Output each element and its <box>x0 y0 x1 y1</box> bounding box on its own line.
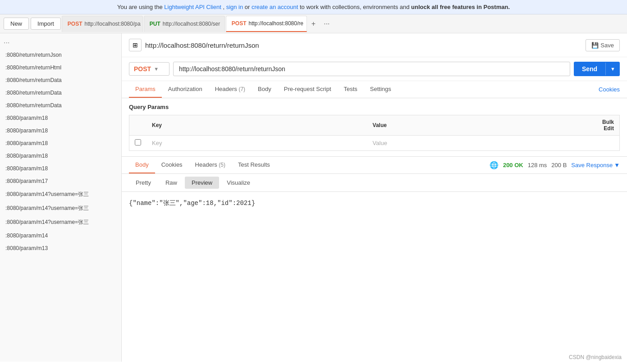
sidebar-item-6[interactable]: :8080/param/m18 <box>0 124 121 137</box>
sidebar-item-7[interactable]: :8080/param/m18 <box>0 137 121 150</box>
send-label: Send <box>574 62 605 76</box>
sidebar-item-12[interactable]: :8080/param/m14?username=张三 <box>0 201 121 215</box>
res-tab-cookies[interactable]: Cookies <box>155 157 189 173</box>
sidebar-item-0[interactable]: :8080/return/returnJson <box>0 49 121 61</box>
status-badge: 200 OK <box>503 162 523 168</box>
sidebar-item-13[interactable]: :8080/param/m14?username=张三 <box>0 215 121 229</box>
sidebar-item-5[interactable]: :8080/param/m18 <box>0 112 121 124</box>
tab-pre-request-script[interactable]: Pre-request Script <box>278 81 338 98</box>
tab-3[interactable]: POST http://localhost:8080/re <box>226 16 307 32</box>
sidebar: ··· :8080/return/returnJson :8080/return… <box>0 33 122 362</box>
col-check-header <box>129 115 147 136</box>
save-label: Save <box>600 42 614 49</box>
method-label: POST <box>134 65 151 73</box>
method-chevron-icon: ▼ <box>154 66 159 72</box>
tab-body[interactable]: Body <box>252 81 278 98</box>
response-time: 128 ms <box>528 162 547 168</box>
col-value-header: Value <box>367 115 588 136</box>
cookies-link[interactable]: Cookies <box>599 82 620 97</box>
view-tabs-row: Pretty Raw Preview Visualize <box>122 174 627 192</box>
sidebar-item-10[interactable]: :8080/param/m17 <box>0 175 121 187</box>
tab-authorization[interactable]: Authorization <box>162 81 209 98</box>
response-body: {"name":"张三","age":18,"id":2021} <box>122 192 627 362</box>
row-checkbox[interactable] <box>135 139 141 146</box>
import-button[interactable]: Import <box>31 18 61 30</box>
method-select[interactable]: POST ▼ <box>129 62 169 76</box>
request-panel: ⊞ http://localhost:8080/return/returnJso… <box>122 33 627 362</box>
request-tabs-row: Params Authorization Headers (7) Body Pr… <box>122 81 627 98</box>
res-tab-headers[interactable]: Headers (5) <box>189 157 232 173</box>
query-params-title: Query Params <box>129 104 620 110</box>
sidebar-item-11[interactable]: :8080/param/m14?username=张三 <box>0 187 121 201</box>
save-icon: 💾 <box>591 42 599 49</box>
sign-in-link[interactable]: sign in <box>226 4 243 10</box>
save-response-label: Save Response <box>571 162 613 168</box>
save-button[interactable]: 💾 Save <box>586 39 620 51</box>
method-url-row: POST ▼ Send ▼ <box>122 57 627 81</box>
tabs-overflow-button[interactable]: ··· <box>320 20 333 28</box>
tab-3-url: http://localhost:8080/re <box>249 20 303 27</box>
response-size: 200 B <box>551 162 567 168</box>
send-button[interactable]: Send ▼ <box>574 62 620 76</box>
view-tab-preview[interactable]: Preview <box>185 177 219 189</box>
url-input[interactable] <box>173 62 570 76</box>
url-icon: ⊞ <box>129 39 142 51</box>
send-dropdown-icon[interactable]: ▼ <box>605 63 620 75</box>
table-row: Key Value <box>129 136 620 151</box>
lightweight-api-link[interactable]: Lightweight API Client <box>164 4 221 10</box>
tab-tests[interactable]: Tests <box>338 81 364 98</box>
view-tab-pretty[interactable]: Pretty <box>129 177 158 189</box>
tab-2[interactable]: PUT http://localhost:8080/ser <box>144 16 225 32</box>
request-url-bar: ⊞ http://localhost:8080/return/returnJso… <box>122 33 627 57</box>
tab-2-url: http://localhost:8080/ser <box>163 21 220 27</box>
tab-3-method: POST <box>232 20 247 27</box>
response-section: Body Cookies Headers (5) Test Results 🌐 … <box>122 156 627 362</box>
sidebar-item-4[interactable]: :8080/return/returnData <box>0 99 121 112</box>
sidebar-item-14[interactable]: :8080/param/m14 <box>0 229 121 242</box>
watermark: CSDN @ningbaidexia <box>569 354 622 360</box>
tab-2-method: PUT <box>150 21 160 27</box>
tab-params[interactable]: Params <box>129 81 162 98</box>
value-cell[interactable]: Value <box>367 136 588 151</box>
view-tab-raw[interactable]: Raw <box>159 177 184 189</box>
url-title: http://localhost:8080/return/returnJson <box>145 41 582 49</box>
sidebar-menu-button[interactable]: ··· <box>0 37 121 49</box>
sidebar-item-9[interactable]: :8080/param/m18 <box>0 162 121 175</box>
tab-headers[interactable]: Headers (7) <box>209 81 252 98</box>
sidebar-item-2[interactable]: :8080/return/returnData <box>0 74 121 86</box>
response-tabs-row: Body Cookies Headers (5) Test Results 🌐 … <box>122 157 627 174</box>
tab-settings[interactable]: Settings <box>364 81 398 98</box>
col-bulk-header[interactable]: Bulk Edit <box>588 115 619 136</box>
top-banner: You are using the Lightweight API Client… <box>0 0 627 14</box>
response-body-text: {"name":"张三","age":18,"id":2021} <box>129 200 255 207</box>
create-account-link[interactable]: create an account <box>252 4 298 10</box>
view-tab-visualize[interactable]: Visualize <box>220 177 257 189</box>
params-table: Key Value Bulk Edit Key Value <box>129 115 620 151</box>
new-button[interactable]: New <box>4 18 29 30</box>
query-params-section: Query Params Key Value Bulk Edit <box>122 98 627 156</box>
sidebar-item-8[interactable]: :8080/param/m18 <box>0 150 121 162</box>
main-area: ··· :8080/return/returnJson :8080/return… <box>0 33 627 362</box>
globe-icon: 🌐 <box>490 161 499 169</box>
tab-1-method: POST <box>68 21 82 27</box>
save-response-button[interactable]: Save Response ▼ <box>571 162 620 168</box>
app-container: New Import POST http://localhost:8080/pa… <box>0 14 627 362</box>
save-response-chevron-icon: ▼ <box>614 162 620 168</box>
res-tab-test-results[interactable]: Test Results <box>232 157 276 173</box>
col-key-header: Key <box>146 115 367 136</box>
key-cell[interactable]: Key <box>146 136 367 151</box>
sidebar-item-1[interactable]: :8080/return/returnHtml <box>0 61 121 74</box>
sidebar-item-15[interactable]: :8080/param/m13 <box>0 242 121 255</box>
tab-bar: New Import POST http://localhost:8080/pa… <box>0 14 627 33</box>
sidebar-item-3[interactable]: :8080/return/returnData <box>0 86 121 99</box>
new-tab-button[interactable]: + <box>308 20 319 28</box>
response-meta: 🌐 200 OK 128 ms 200 B Save Response ▼ <box>490 161 620 169</box>
res-tab-body[interactable]: Body <box>129 157 155 173</box>
tab-1-url: http://localhost:8080/pa <box>85 21 141 27</box>
tab-1[interactable]: POST http://localhost:8080/pa <box>62 16 143 32</box>
